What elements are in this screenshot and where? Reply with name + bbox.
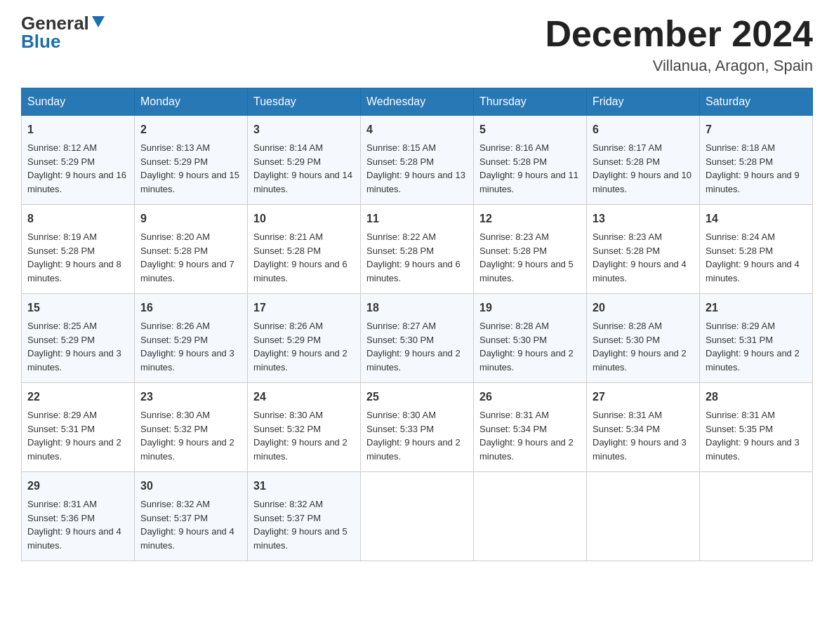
day-number: 18: [366, 300, 468, 316]
day-info: Sunrise: 8:25 AMSunset: 5:29 PMDaylight:…: [27, 321, 121, 373]
header-thursday: Thursday: [474, 88, 587, 116]
day-number: 27: [593, 389, 694, 405]
day-number: 26: [479, 389, 581, 405]
cell-week2-day6: 14Sunrise: 8:24 AMSunset: 5:28 PMDayligh…: [700, 205, 813, 294]
day-info: Sunrise: 8:24 AMSunset: 5:28 PMDaylight:…: [706, 232, 800, 283]
day-number: 24: [253, 389, 355, 405]
day-number: 12: [479, 210, 581, 227]
cell-week5-day1: 30Sunrise: 8:32 AMSunset: 5:37 PMDayligh…: [135, 472, 248, 561]
day-number: 23: [140, 389, 241, 405]
day-info: Sunrise: 8:29 AMSunset: 5:31 PMDaylight:…: [27, 410, 121, 462]
cell-week4-day0: 22Sunrise: 8:29 AMSunset: 5:31 PMDayligh…: [22, 383, 135, 472]
day-info: Sunrise: 8:14 AMSunset: 5:29 PMDaylight:…: [253, 142, 352, 194]
cell-week3-day2: 17Sunrise: 8:26 AMSunset: 5:29 PMDayligh…: [248, 294, 361, 383]
day-info: Sunrise: 8:19 AMSunset: 5:28 PMDaylight:…: [27, 232, 121, 283]
title-block: December 2024 Villanua, Aragon, Spain: [545, 14, 813, 75]
calendar-header: SundayMondayTuesdayWednesdayThursdayFrid…: [22, 88, 813, 116]
header-saturday: Saturday: [700, 88, 813, 116]
page-subtitle: Villanua, Aragon, Spain: [545, 57, 813, 75]
cell-week4-day5: 27Sunrise: 8:31 AMSunset: 5:34 PMDayligh…: [587, 383, 700, 472]
cell-week2-day5: 13Sunrise: 8:23 AMSunset: 5:28 PMDayligh…: [587, 205, 700, 294]
day-number: 3: [253, 121, 355, 138]
day-info: Sunrise: 8:29 AMSunset: 5:31 PMDaylight:…: [706, 321, 800, 373]
day-info: Sunrise: 8:26 AMSunset: 5:29 PMDaylight:…: [140, 321, 234, 373]
day-info: Sunrise: 8:23 AMSunset: 5:28 PMDaylight:…: [593, 232, 687, 283]
day-number: 5: [479, 121, 581, 138]
week-row-1: 1Sunrise: 8:12 AMSunset: 5:29 PMDaylight…: [22, 116, 813, 205]
day-info: Sunrise: 8:31 AMSunset: 5:34 PMDaylight:…: [479, 410, 574, 462]
cell-week5-day6: [700, 472, 813, 561]
cell-week3-day5: 20Sunrise: 8:28 AMSunset: 5:30 PMDayligh…: [587, 294, 700, 383]
day-number: 16: [140, 300, 241, 316]
logo: General Blue: [21, 14, 105, 51]
cell-week5-day5: [587, 472, 700, 561]
cell-week2-day4: 12Sunrise: 8:23 AMSunset: 5:28 PMDayligh…: [474, 205, 587, 294]
day-info: Sunrise: 8:30 AMSunset: 5:32 PMDaylight:…: [253, 410, 348, 462]
day-info: Sunrise: 8:26 AMSunset: 5:29 PMDaylight:…: [253, 321, 348, 373]
cell-week1-day1: 2Sunrise: 8:13 AMSunset: 5:29 PMDaylight…: [135, 116, 248, 205]
day-number: 7: [706, 121, 807, 138]
day-number: 17: [253, 300, 355, 316]
cell-week1-day5: 6Sunrise: 8:17 AMSunset: 5:28 PMDaylight…: [587, 116, 700, 205]
page-header: General Blue December 2024 Villanua, Ara…: [21, 14, 813, 75]
header-row: SundayMondayTuesdayWednesdayThursdayFrid…: [22, 88, 813, 116]
page-title: December 2024: [545, 14, 813, 54]
cell-week4-day2: 24Sunrise: 8:30 AMSunset: 5:32 PMDayligh…: [248, 383, 361, 472]
day-number: 20: [593, 300, 694, 316]
day-info: Sunrise: 8:28 AMSunset: 5:30 PMDaylight:…: [479, 321, 574, 373]
cell-week3-day4: 19Sunrise: 8:28 AMSunset: 5:30 PMDayligh…: [474, 294, 587, 383]
day-number: 21: [706, 300, 807, 316]
day-info: Sunrise: 8:12 AMSunset: 5:29 PMDaylight:…: [27, 142, 126, 194]
day-number: 29: [27, 478, 128, 495]
cell-week3-day6: 21Sunrise: 8:29 AMSunset: 5:31 PMDayligh…: [700, 294, 813, 383]
cell-week5-day0: 29Sunrise: 8:31 AMSunset: 5:36 PMDayligh…: [22, 472, 135, 561]
header-sunday: Sunday: [22, 88, 135, 116]
day-info: Sunrise: 8:28 AMSunset: 5:30 PMDaylight:…: [593, 321, 687, 373]
cell-week1-day0: 1Sunrise: 8:12 AMSunset: 5:29 PMDaylight…: [22, 116, 135, 205]
cell-week4-day4: 26Sunrise: 8:31 AMSunset: 5:34 PMDayligh…: [474, 383, 587, 472]
day-info: Sunrise: 8:31 AMSunset: 5:35 PMDaylight:…: [706, 410, 800, 462]
day-info: Sunrise: 8:21 AMSunset: 5:28 PMDaylight:…: [253, 232, 348, 283]
week-row-2: 8Sunrise: 8:19 AMSunset: 5:28 PMDaylight…: [22, 205, 813, 294]
cell-week2-day2: 10Sunrise: 8:21 AMSunset: 5:28 PMDayligh…: [248, 205, 361, 294]
day-number: 14: [706, 210, 807, 227]
calendar-body: 1Sunrise: 8:12 AMSunset: 5:29 PMDaylight…: [22, 116, 813, 561]
week-row-3: 15Sunrise: 8:25 AMSunset: 5:29 PMDayligh…: [22, 294, 813, 383]
day-info: Sunrise: 8:13 AMSunset: 5:29 PMDaylight:…: [140, 142, 239, 194]
cell-week2-day0: 8Sunrise: 8:19 AMSunset: 5:28 PMDaylight…: [22, 205, 135, 294]
day-number: 15: [27, 300, 128, 316]
day-number: 4: [366, 121, 468, 138]
week-row-4: 22Sunrise: 8:29 AMSunset: 5:31 PMDayligh…: [22, 383, 813, 472]
day-info: Sunrise: 8:30 AMSunset: 5:32 PMDaylight:…: [140, 410, 234, 462]
header-monday: Monday: [135, 88, 248, 116]
week-row-5: 29Sunrise: 8:31 AMSunset: 5:36 PMDayligh…: [22, 472, 813, 561]
cell-week1-day4: 5Sunrise: 8:16 AMSunset: 5:28 PMDaylight…: [474, 116, 587, 205]
day-number: 31: [253, 478, 355, 495]
day-info: Sunrise: 8:30 AMSunset: 5:33 PMDaylight:…: [366, 410, 461, 462]
day-info: Sunrise: 8:32 AMSunset: 5:37 PMDaylight:…: [253, 499, 348, 551]
calendar-table: SundayMondayTuesdayWednesdayThursdayFrid…: [21, 88, 813, 561]
cell-week5-day4: [474, 472, 587, 561]
day-number: 11: [366, 210, 468, 227]
cell-week3-day3: 18Sunrise: 8:27 AMSunset: 5:30 PMDayligh…: [361, 294, 474, 383]
day-number: 30: [140, 478, 241, 495]
day-info: Sunrise: 8:31 AMSunset: 5:34 PMDaylight:…: [593, 410, 687, 462]
day-info: Sunrise: 8:15 AMSunset: 5:28 PMDaylight:…: [366, 142, 465, 194]
day-info: Sunrise: 8:20 AMSunset: 5:28 PMDaylight:…: [140, 232, 234, 283]
cell-week5-day2: 31Sunrise: 8:32 AMSunset: 5:37 PMDayligh…: [248, 472, 361, 561]
cell-week3-day1: 16Sunrise: 8:26 AMSunset: 5:29 PMDayligh…: [135, 294, 248, 383]
logo-triangle-icon: [92, 16, 105, 27]
day-number: 13: [593, 210, 694, 227]
cell-week3-day0: 15Sunrise: 8:25 AMSunset: 5:29 PMDayligh…: [22, 294, 135, 383]
day-number: 2: [140, 121, 241, 138]
logo-blue: Blue: [21, 32, 60, 51]
header-wednesday: Wednesday: [361, 88, 474, 116]
day-info: Sunrise: 8:17 AMSunset: 5:28 PMDaylight:…: [593, 142, 691, 194]
day-number: 19: [479, 300, 581, 316]
cell-week1-day3: 4Sunrise: 8:15 AMSunset: 5:28 PMDaylight…: [361, 116, 474, 205]
logo-general: General: [21, 14, 89, 32]
cell-week4-day1: 23Sunrise: 8:30 AMSunset: 5:32 PMDayligh…: [135, 383, 248, 472]
day-info: Sunrise: 8:31 AMSunset: 5:36 PMDaylight:…: [27, 499, 121, 551]
cell-week4-day6: 28Sunrise: 8:31 AMSunset: 5:35 PMDayligh…: [700, 383, 813, 472]
day-number: 28: [706, 389, 807, 405]
